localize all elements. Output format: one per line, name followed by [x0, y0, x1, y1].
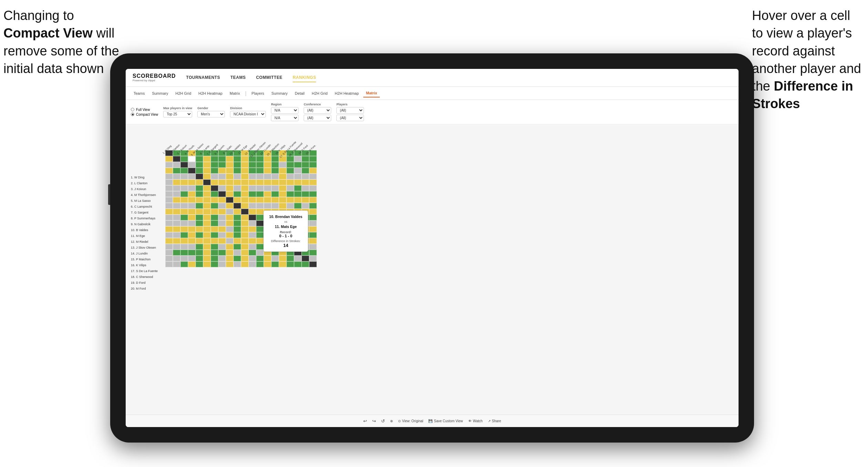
cell-3-1[interactable] [165, 162, 173, 168]
cell-19-4[interactable] [188, 256, 196, 261]
cell-16-1[interactable] [165, 238, 173, 244]
cell-18-9[interactable] [226, 250, 233, 256]
cell-3-20[interactable] [309, 162, 317, 168]
cell-10-17[interactable] [286, 203, 294, 209]
cell-7-7[interactable] [211, 185, 218, 191]
cell-19-19[interactable] [302, 256, 309, 261]
cell-3-13[interactable] [256, 162, 264, 168]
cell-19-8[interactable] [218, 256, 226, 261]
cell-19-5[interactable] [196, 256, 203, 261]
cell-7-8[interactable] [218, 185, 226, 191]
cell-8-10[interactable] [233, 191, 241, 197]
cell-3-5[interactable] [196, 162, 203, 168]
cell-8-12[interactable] [249, 191, 256, 197]
tab-h2h-grid2[interactable]: H2H Grid [309, 90, 330, 97]
cell-2-1[interactable] [165, 156, 173, 162]
tab-h2h-heatmap[interactable]: H2H Heatmap [196, 90, 225, 97]
cell-7-5[interactable] [196, 185, 203, 191]
cell-5-9[interactable] [226, 174, 233, 179]
cell-16-9[interactable] [226, 238, 233, 244]
cell-14-1[interactable] [165, 226, 173, 232]
cell-15-2[interactable] [173, 232, 180, 238]
share-btn[interactable]: ↗ Share [488, 419, 501, 423]
cell-16-5[interactable] [196, 238, 203, 244]
cell-11-7[interactable] [211, 209, 218, 215]
cell-5-10[interactable] [233, 174, 241, 179]
cell-12-12[interactable] [249, 215, 256, 220]
cell-3-16[interactable] [279, 162, 286, 168]
cell-10-9[interactable] [226, 203, 233, 209]
cell-16-4[interactable] [188, 238, 196, 244]
cell-10-15[interactable] [271, 203, 279, 209]
cell-4-18[interactable] [294, 168, 302, 174]
cell-4-10[interactable] [233, 168, 241, 174]
division-select[interactable]: NCAA Division I [230, 111, 266, 117]
cell-19-14[interactable] [264, 256, 271, 261]
cell-6-17[interactable] [286, 179, 294, 185]
tab-players[interactable]: Players [249, 90, 267, 97]
cell-7-13[interactable] [256, 185, 264, 191]
cell-3-4[interactable] [188, 162, 196, 168]
players-select1[interactable]: (All) [336, 107, 364, 114]
cell-20-4[interactable] [188, 261, 196, 267]
cell-14-2[interactable] [173, 226, 180, 232]
cell-5-4[interactable] [188, 174, 196, 179]
cell-6-9[interactable] [226, 179, 233, 185]
cell-20-6[interactable] [203, 261, 211, 267]
max-players-select[interactable]: Top 25 [163, 111, 192, 117]
cell-7-9[interactable] [226, 185, 233, 191]
cell-10-4[interactable] [188, 203, 196, 209]
cell-19-1[interactable] [165, 256, 173, 261]
cell-12-20[interactable] [309, 215, 317, 220]
cell-11-6[interactable] [203, 209, 211, 215]
cell-3-14[interactable] [264, 162, 271, 168]
cell-14-12[interactable] [249, 226, 256, 232]
cell-13-8[interactable] [218, 220, 226, 226]
cell-4-19[interactable] [302, 168, 309, 174]
cell-7-4[interactable] [188, 185, 196, 191]
cell-3-17[interactable] [286, 162, 294, 168]
cell-8-7[interactable] [211, 191, 218, 197]
cell-12-7[interactable] [211, 215, 218, 220]
cell-8-15[interactable] [271, 191, 279, 197]
cell-9-10[interactable] [233, 197, 241, 203]
cell-10-7[interactable] [211, 203, 218, 209]
cell-15-12[interactable] [249, 232, 256, 238]
radio-full[interactable] [131, 108, 134, 111]
tab-matrix-active[interactable]: Matrix [363, 89, 380, 97]
conference-select1[interactable]: (All) [304, 107, 331, 114]
undo-btn[interactable]: ↩ [363, 418, 367, 424]
cell-13-20[interactable] [309, 220, 317, 226]
cell-2-13[interactable] [256, 156, 264, 162]
cell-20-12[interactable] [249, 261, 256, 267]
cell-8-18[interactable] [294, 191, 302, 197]
conference-select2[interactable]: (All) [304, 115, 331, 121]
cell-12-10[interactable] [233, 215, 241, 220]
cell-3-7[interactable] [211, 162, 218, 168]
cell-5-3[interactable] [180, 174, 188, 179]
cell-18-10[interactable] [233, 250, 241, 256]
cell-9-8[interactable] [218, 197, 226, 203]
cell-14-10[interactable] [233, 226, 241, 232]
cell-12-11[interactable] [241, 215, 249, 220]
tab-summary[interactable]: Summary [149, 90, 171, 97]
cell-11-11[interactable] [241, 209, 249, 215]
cell-16-3[interactable] [180, 238, 188, 244]
cell-11-9[interactable] [226, 209, 233, 215]
zoom-btn[interactable]: ⊕ [390, 419, 393, 423]
cell-8-11[interactable] [241, 191, 249, 197]
cell-4-15[interactable] [271, 168, 279, 174]
cell-5-15[interactable] [271, 174, 279, 179]
cell-12-1[interactable] [165, 215, 173, 220]
cell-15-11[interactable] [241, 232, 249, 238]
cell-11-20[interactable] [309, 209, 317, 215]
cell-7-2[interactable] [173, 185, 180, 191]
cell-19-13[interactable] [256, 256, 264, 261]
cell-10-13[interactable] [256, 203, 264, 209]
redo-btn[interactable]: ↪ [372, 418, 376, 424]
cell-4-13[interactable] [256, 168, 264, 174]
cell-4-8[interactable] [218, 168, 226, 174]
cell-15-7[interactable] [211, 232, 218, 238]
cell-17-5[interactable] [196, 244, 203, 250]
cell-17-13[interactable] [256, 244, 264, 250]
